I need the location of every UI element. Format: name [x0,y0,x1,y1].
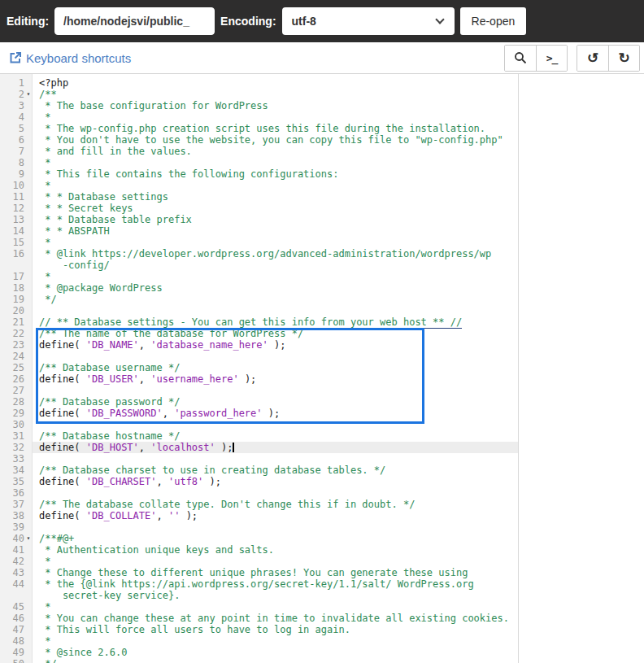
fold-spacer [24,465,33,476]
code-line[interactable]: 46 * You can change these at any point i… [0,613,518,624]
fold-spacer [24,635,33,647]
keyboard-shortcuts-link[interactable]: Keyboard shortcuts [10,51,131,65]
fold-spacer [24,248,33,260]
reopen-button[interactable]: Re-open [460,7,527,35]
code-line[interactable]: 13 * * Database table prefix [0,214,518,225]
code-line[interactable]: 37/** The database collate type. Don't c… [0,499,518,510]
line-number: 15 [0,237,24,248]
code-line[interactable]: 2▾/** [0,89,518,100]
code-line[interactable]: 33 [0,453,518,465]
file-path-input[interactable] [54,7,215,35]
code-line[interactable]: 3 * The base configuration for WordPress [0,100,518,111]
code-line[interactable]: 9 * This file contains the following con… [0,168,518,180]
fold-spacer [24,613,33,624]
code-line[interactable]: 41 * Authentication unique keys and salt… [0,544,518,556]
search-terminal-group: >_ [504,45,568,72]
code-line[interactable]: 42 * [0,556,518,567]
code-editor[interactable]: 1<?php2▾/**3 * The base configuration fo… [0,74,519,663]
code-line[interactable]: 50 */ [0,658,518,663]
fold-spacer [24,385,33,396]
code-line[interactable]: 1<?php [0,77,518,89]
search-button[interactable] [505,46,536,71]
code-text: define( 'DB_PASSWORD', 'password_here' )… [33,408,518,419]
code-line[interactable]: 30 [0,419,518,430]
code-line[interactable]: 31/** Database hostname */ [0,430,518,442]
code-line[interactable]: 10 * [0,180,518,191]
redo-button[interactable]: ↻ [608,46,639,71]
code-line[interactable]: 18 * @package WordPress [0,282,518,294]
code-line[interactable]: 36 [0,487,518,499]
code-line[interactable]: 20 [0,305,518,316]
code-line[interactable]: 8 * [0,157,518,168]
code-text: * This file contains the following confi… [33,168,518,180]
code-line[interactable]: 24 [0,351,518,362]
line-number: 21 [0,316,24,328]
code-line[interactable]: 15 * [0,237,518,248]
code-line[interactable]: 14 * * ABSPATH [0,225,518,237]
code-line[interactable]: 23define( 'DB_NAME', 'database_name_here… [0,339,518,351]
code-text: define( 'DB_COLLATE', '' ); [33,510,518,521]
fold-spacer [24,362,33,373]
line-number: 50 [0,658,24,663]
text-cursor [233,443,234,452]
fold-spacer [24,658,33,663]
code-text: /** The database collate type. Don't cha… [33,499,518,510]
code-line[interactable]: 17 * [0,271,518,282]
code-text: * The base configuration for WordPress [33,100,518,111]
code-line[interactable]: 7 * and fill in the values. [0,146,518,157]
code-line[interactable]: 38define( 'DB_COLLATE', '' ); [0,510,518,521]
code-line[interactable]: 21// ** Database settings - You can get … [0,316,518,328]
code-line[interactable]: 27 [0,385,518,396]
code-line[interactable]: 35define( 'DB_CHARSET', 'utf8' ); [0,476,518,487]
code-line[interactable]: 47 * This will force all users to have t… [0,624,518,635]
code-line[interactable]: 16 * @link https://developer.wordpress.o… [0,248,518,260]
code-line[interactable]: 39 [0,521,518,533]
code-line[interactable]: -config/ [0,260,518,271]
code-text: * [33,111,518,123]
fold-arrow-icon[interactable]: ▾ [24,533,33,544]
code-line[interactable]: secret-key service}. [0,590,518,601]
code-line[interactable]: 32define( 'DB_HOST', 'localhost' ); [0,442,518,453]
undo-button[interactable]: ↺ [577,46,608,71]
code-text: * [33,635,518,647]
code-line[interactable]: 4 * [0,111,518,123]
code-line[interactable]: 40▾/**#@+ [0,533,518,544]
code-line[interactable]: 6 * You don't have to use the website, y… [0,134,518,146]
code-line[interactable]: 29define( 'DB_PASSWORD', 'password_here'… [0,408,518,419]
code-line[interactable]: 11 * * Database settings [0,191,518,203]
fold-spacer [24,316,33,328]
line-number: 2 [0,89,24,100]
fold-spacer [24,476,33,487]
code-line[interactable]: 26define( 'DB_USER', 'username_here' ); [0,373,518,385]
code-text: -config/ [33,260,518,271]
code-text [33,305,518,316]
code-line[interactable]: 45 * [0,601,518,613]
fold-spacer [24,396,33,408]
code-line[interactable]: 49 * @since 2.6.0 [0,647,518,658]
fold-spacer [24,544,33,556]
fold-spacer [24,442,33,453]
fold-spacer [24,260,33,271]
line-number: 6 [0,134,24,146]
external-link-icon [10,52,21,63]
code-line[interactable]: 48 * [0,635,518,647]
line-number: 35 [0,476,24,487]
editor-area: 1<?php2▾/**3 * The base configuration fo… [0,74,644,663]
line-number: 49 [0,647,24,658]
code-line[interactable]: 28/** Database password */ [0,396,518,408]
keyboard-shortcuts-label: Keyboard shortcuts [26,51,131,65]
code-line[interactable]: 44 * the {@link https://api.wordpress.or… [0,578,518,590]
code-line[interactable]: 25/** Database username */ [0,362,518,373]
code-text: */ [33,658,518,663]
code-line[interactable]: 19 */ [0,294,518,305]
fold-spacer [24,214,33,225]
code-line[interactable]: 34/** Database charset to use in creatin… [0,465,518,476]
code-text: * the {@link https://api.wordpress.org/s… [33,578,518,590]
code-line[interactable]: 5 * The wp-config.php creation script us… [0,123,518,134]
code-line[interactable]: 12 * * Secret keys [0,203,518,214]
fold-arrow-icon[interactable]: ▾ [24,89,33,100]
code-line[interactable]: 43 * Change these to different unique ph… [0,567,518,578]
terminal-button[interactable]: >_ [536,46,567,71]
encoding-select[interactable]: utf-8 [282,7,455,35]
code-line[interactable]: 22/** The name of the database for WordP… [0,328,518,339]
